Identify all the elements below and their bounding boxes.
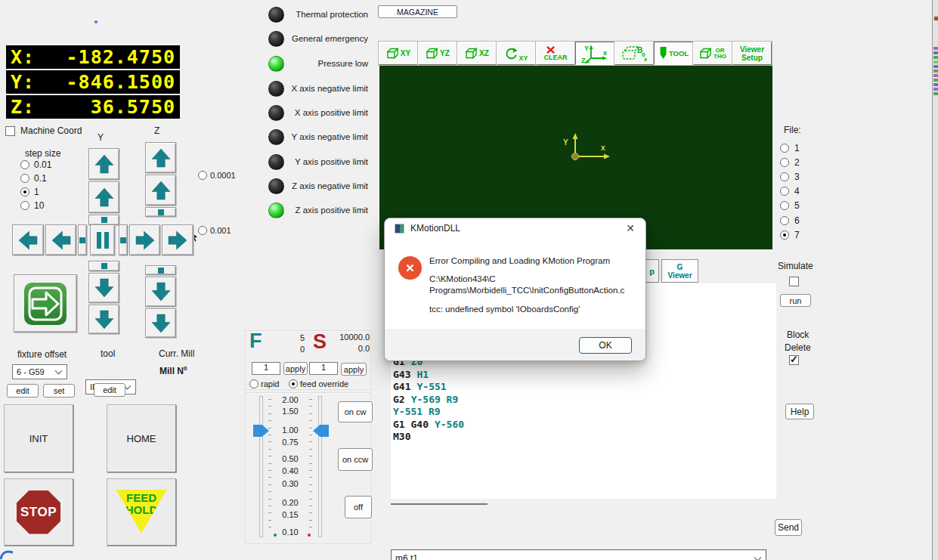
file-radio-5[interactable] xyxy=(780,201,789,210)
slider-scale-label: 1.00 xyxy=(274,425,307,435)
go-arrow-icon xyxy=(22,280,69,327)
jog-y-down-step-button[interactable] xyxy=(88,261,119,271)
dialog-close-icon[interactable]: ✕ xyxy=(626,222,635,234)
home-button[interactable]: HOME xyxy=(107,404,176,472)
fine-step-radio-0.0001[interactable] xyxy=(198,171,207,180)
led-y-positive-limit xyxy=(268,154,284,170)
view-yz-button[interactable]: YZ xyxy=(418,42,457,65)
machine-coord-checkbox[interactable] xyxy=(5,126,15,136)
go-button[interactable] xyxy=(14,274,77,333)
magazine-button[interactable]: MAGAZINE xyxy=(378,5,457,18)
jog-x-right-fast-button[interactable] xyxy=(162,224,193,255)
rapid-label: rapid xyxy=(261,379,279,388)
file-option-label: 2 xyxy=(794,157,800,168)
feed-hold-button[interactable]: FEED HOLD xyxy=(107,478,176,546)
slider-scale-label: 2.00 xyxy=(274,395,307,404)
jog-y-up-button[interactable] xyxy=(88,181,119,213)
jog-z-down-fast-button[interactable] xyxy=(145,308,176,338)
ok-button[interactable]: OK xyxy=(579,337,632,354)
rapid-radio[interactable] xyxy=(249,379,258,388)
jog-z-up-step-button[interactable] xyxy=(145,207,176,217)
step-size-radio-10[interactable] xyxy=(20,201,29,210)
tool-bit-icon xyxy=(658,46,668,60)
file-radio-4[interactable] xyxy=(780,187,789,196)
jog-y-down-button[interactable] xyxy=(88,273,119,303)
jog-y-down-fast-button[interactable] xyxy=(88,305,119,334)
jog-x-left-fast-button[interactable] xyxy=(12,224,44,255)
speed-override-input[interactable]: 1 xyxy=(309,362,338,375)
machine-coord-label: Machine Coord xyxy=(20,125,82,136)
chevron-down-icon xyxy=(55,367,63,375)
file-radio-1[interactable] xyxy=(780,144,789,153)
run-button[interactable]: run xyxy=(780,294,811,307)
simulate-checkbox[interactable] xyxy=(789,277,799,286)
jog-z-up-fast-button[interactable] xyxy=(145,142,176,173)
axis-view-button[interactable]: Y x Z xyxy=(575,42,614,65)
jog-x-left-step-button[interactable] xyxy=(78,224,87,255)
file-radio-3[interactable] xyxy=(780,172,789,181)
led-label: Y axis negative limit xyxy=(285,132,368,141)
toolbar-label: YZ xyxy=(440,49,450,57)
spindle-actual: 0.0 xyxy=(332,344,370,353)
rotate-xy-button[interactable]: XY xyxy=(497,42,536,65)
slider-scale-label: 0.50 xyxy=(274,454,307,463)
arrow-left-icon xyxy=(50,229,73,252)
feed-apply-button[interactable]: apply xyxy=(283,362,308,375)
jog-x-left-button[interactable] xyxy=(45,224,76,255)
viewer-setup-button[interactable]: Viewer Setup xyxy=(732,42,772,65)
block-delete-checkbox[interactable] xyxy=(789,355,799,365)
svg-text:Y: Y xyxy=(563,138,568,147)
step-size-option-label: 0.1 xyxy=(34,173,47,184)
g-viewer-button[interactable]: G Viewer xyxy=(661,259,698,283)
view-xy-button[interactable]: XY xyxy=(379,42,418,65)
stop-partial-label: p xyxy=(649,267,655,276)
arrow-up-icon xyxy=(93,186,116,209)
file-radio-2[interactable] xyxy=(780,158,789,167)
jog-z-up-button[interactable] xyxy=(145,175,176,206)
dro-y-value: -846.1500 xyxy=(67,71,175,93)
tool-view-button[interactable]: TOOL xyxy=(654,42,693,65)
step-square-icon xyxy=(101,217,107,223)
init-button[interactable]: INIT xyxy=(4,404,73,472)
jog-y-up-step-button[interactable] xyxy=(88,215,119,225)
file-radio-6[interactable] xyxy=(780,216,789,225)
cube-icon xyxy=(699,47,713,60)
step-size-radio-0.01[interactable] xyxy=(20,160,29,169)
step-size-radio-1[interactable] xyxy=(20,187,29,196)
spindle-off-button[interactable]: off xyxy=(345,496,372,518)
simulate-label: Simulate xyxy=(778,261,813,271)
error-icon: ✕ xyxy=(398,256,422,280)
box-view-button[interactable]: B 0 x xyxy=(614,42,654,65)
tool-edit-button[interactable]: edit xyxy=(94,383,125,397)
arrow-right-icon xyxy=(166,229,189,252)
slider-scale-label: 1.50 xyxy=(274,407,307,416)
jog-z-down-step-button[interactable] xyxy=(145,265,176,275)
arrow-up-icon xyxy=(150,179,172,202)
spindle-on-cw-button[interactable]: on cw xyxy=(338,401,373,422)
fixture-offset-select[interactable]: 6 - G59 xyxy=(12,364,67,379)
feed-override-radio[interactable] xyxy=(289,379,298,388)
clear-button[interactable]: CLEAR xyxy=(536,42,575,65)
fixture-set-button[interactable]: set xyxy=(43,384,75,398)
jog-y-up-fast-button[interactable] xyxy=(88,148,119,180)
speed-apply-button[interactable]: apply xyxy=(341,363,367,376)
ortho-view-button[interactable]: OR THO xyxy=(693,42,732,65)
feed-slider-track[interactable] xyxy=(259,396,263,537)
jog-pause-button[interactable] xyxy=(90,224,115,255)
stop-button[interactable]: STOP xyxy=(4,478,73,546)
dialog-titlebar[interactable]: KMotionDLL xyxy=(385,218,645,238)
jog-x-right-button[interactable] xyxy=(129,224,160,255)
fixture-edit-button[interactable]: edit xyxy=(7,384,39,398)
mdi-command-combobox[interactable]: m6 t1 xyxy=(391,549,766,560)
jog-z-down-button[interactable] xyxy=(145,277,176,307)
cube-icon xyxy=(465,47,478,60)
jog-x-right-step-button[interactable] xyxy=(119,224,128,255)
spindle-on-ccw-button[interactable]: on ccw xyxy=(338,448,373,471)
speed-slider-track[interactable] xyxy=(318,396,322,537)
file-radio-7[interactable] xyxy=(780,230,789,240)
view-xz-button[interactable]: XZ xyxy=(457,42,497,65)
feed-override-input[interactable]: 1 xyxy=(252,362,280,375)
help-button[interactable]: Help xyxy=(785,404,814,419)
send-button[interactable]: Send xyxy=(775,519,802,536)
step-size-radio-0.1[interactable] xyxy=(20,174,29,183)
